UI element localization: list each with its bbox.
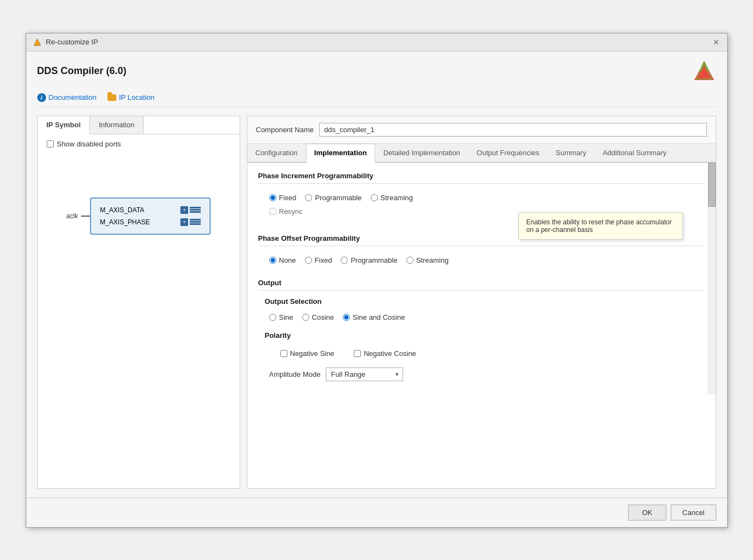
symbol-row-1: M_AXIS_DATA + bbox=[100, 204, 201, 216]
amplitude-mode-select[interactable]: Full Range Unit Circle Scaled Full Range bbox=[326, 367, 403, 381]
negative-cosine-label: Negative Cosine bbox=[364, 349, 416, 358]
radio-cosine[interactable]: Cosine bbox=[302, 313, 334, 321]
component-name-input[interactable] bbox=[319, 123, 707, 137]
tab-implementation[interactable]: Implementation bbox=[306, 144, 375, 163]
radio-none-label: None bbox=[279, 256, 296, 264]
negative-sine-row[interactable]: Negative Sine bbox=[269, 347, 335, 360]
tab-ip-symbol[interactable]: IP Symbol bbox=[38, 116, 90, 134]
tab-content: Phase Increment Programmability Fixed Pr… bbox=[247, 163, 716, 394]
output-selection-group: Sine Cosine Sine and Cosine bbox=[258, 310, 705, 325]
panel-tabs: IP Symbol Information bbox=[38, 116, 240, 134]
folder-icon bbox=[107, 94, 116, 101]
documentation-link[interactable]: i Documentation bbox=[37, 93, 97, 102]
aclk-label: aclk bbox=[66, 212, 78, 220]
radio-programmable[interactable]: Programmable bbox=[305, 194, 361, 202]
radio-sine[interactable]: Sine bbox=[269, 313, 293, 321]
port-line-6 bbox=[190, 223, 201, 225]
cancel-button[interactable]: Cancel bbox=[671, 505, 716, 521]
tab-configuration[interactable]: Configuration bbox=[247, 144, 306, 162]
port-line-2 bbox=[190, 209, 201, 211]
radio-streaming-label: Streaming bbox=[381, 194, 413, 202]
output-selection-title: Output Selection bbox=[258, 297, 705, 306]
polarity-row: Negative Sine Negative Cosine bbox=[258, 344, 705, 363]
radio-fixed[interactable]: Fixed bbox=[269, 194, 297, 202]
radio-none[interactable]: None bbox=[269, 256, 296, 264]
ip-location-label: IP Location bbox=[119, 93, 155, 101]
port-line-1 bbox=[190, 207, 201, 208]
port-line-5 bbox=[190, 221, 201, 223]
radio-fixed2[interactable]: Fixed bbox=[305, 256, 332, 264]
radio-streaming2[interactable]: Streaming bbox=[406, 256, 449, 264]
tooltip-box: Enables the ability to reset the phase a… bbox=[518, 212, 683, 240]
xilinx-logo bbox=[692, 60, 716, 82]
right-panel: Component Name Configuration Implementat… bbox=[247, 116, 716, 489]
tooltip-text: Enables the ability to reset the phase a… bbox=[526, 218, 672, 234]
show-disabled-row: Show disabled ports bbox=[38, 134, 240, 154]
resync-checkbox[interactable] bbox=[269, 208, 276, 215]
window-title: Re-customize IP bbox=[46, 38, 98, 46]
output-section: Output Output Selection Sine Cosine bbox=[258, 279, 705, 386]
port-line-3 bbox=[190, 211, 201, 213]
radio-cosine-label: Cosine bbox=[312, 313, 334, 321]
app-title-row: DDS Compiler (6.0) bbox=[37, 60, 716, 82]
phase-increment-radio-group: Fixed Programmable Streaming bbox=[258, 190, 705, 205]
polarity-title: Polarity bbox=[258, 331, 705, 340]
resync-label: Resync bbox=[279, 207, 303, 216]
scrollbar-thumb[interactable] bbox=[708, 163, 716, 207]
port2-plus-icon[interactable]: + bbox=[180, 218, 188, 226]
main-layout: IP Symbol Information Show disabled port… bbox=[37, 116, 716, 489]
negative-sine-checkbox[interactable] bbox=[280, 350, 287, 357]
negative-cosine-checkbox[interactable] bbox=[354, 350, 361, 357]
tab-additional-summary[interactable]: Additional Summary bbox=[595, 144, 675, 162]
close-button[interactable]: ✕ bbox=[712, 38, 721, 47]
radio-streaming2-label: Streaming bbox=[416, 256, 449, 264]
tab-information[interactable]: Information bbox=[90, 116, 144, 134]
bottom-bar: OK Cancel bbox=[26, 497, 727, 527]
port2-stack bbox=[190, 219, 201, 225]
ok-button[interactable]: OK bbox=[628, 505, 666, 521]
symbol-row-2: M_AXIS_PHASE + bbox=[100, 216, 201, 228]
title-bar: Re-customize IP ✕ bbox=[26, 33, 727, 52]
documentation-label: Documentation bbox=[49, 93, 97, 101]
amplitude-mode-label: Amplitude Mode bbox=[269, 370, 321, 378]
phase-increment-section: Phase Increment Programmability Fixed Pr… bbox=[258, 172, 705, 218]
phase-offset-radio-group: None Fixed Programmable bbox=[258, 253, 705, 268]
radio-sine-and-cosine-label: Sine and Cosine bbox=[353, 313, 405, 321]
app-title-text: DDS Compiler (6.0) bbox=[37, 65, 127, 77]
scrollbar-track[interactable] bbox=[708, 163, 716, 394]
port1-stack bbox=[190, 207, 201, 213]
symbol-area: aclk M_AXIS_DATA + bbox=[38, 154, 240, 279]
negative-sine-label: Negative Sine bbox=[290, 349, 335, 358]
symbol-block: M_AXIS_DATA + bbox=[90, 197, 211, 235]
radio-sine-label: Sine bbox=[279, 313, 293, 321]
component-name-label: Component Name bbox=[256, 126, 314, 134]
radio-programmable2[interactable]: Programmable bbox=[341, 256, 397, 264]
ip-location-link[interactable]: IP Location bbox=[107, 93, 155, 101]
connector-line bbox=[81, 216, 90, 217]
tab-summary[interactable]: Summary bbox=[547, 144, 595, 162]
port2-label: M_AXIS_PHASE bbox=[100, 218, 150, 226]
main-window: Re-customize IP ✕ DDS Compiler (6.0) i D… bbox=[26, 33, 728, 528]
radio-sine-and-cosine[interactable]: Sine and Cosine bbox=[343, 313, 405, 321]
port1-plus-icon[interactable]: + bbox=[180, 206, 188, 214]
port1-label: M_AXIS_DATA bbox=[100, 206, 144, 214]
phase-increment-title: Phase Increment Programmability bbox=[258, 172, 705, 184]
negative-cosine-row[interactable]: Negative Cosine bbox=[343, 347, 416, 360]
radio-fixed2-label: Fixed bbox=[315, 256, 332, 264]
radio-programmable-label: Programmable bbox=[315, 194, 361, 202]
svg-marker-0 bbox=[34, 39, 41, 46]
radio-programmable2-label: Programmable bbox=[350, 256, 397, 264]
tab-detailed-implementation[interactable]: Detailed Implementation bbox=[375, 144, 468, 162]
port-line-4 bbox=[190, 219, 201, 220]
left-panel: IP Symbol Information Show disabled port… bbox=[37, 116, 240, 489]
radio-fixed-label: Fixed bbox=[279, 194, 297, 202]
output-title: Output bbox=[258, 279, 705, 291]
radio-streaming[interactable]: Streaming bbox=[371, 194, 413, 202]
tab-output-frequencies[interactable]: Output Frequencies bbox=[468, 144, 547, 162]
show-disabled-checkbox[interactable] bbox=[47, 140, 54, 148]
info-icon: i bbox=[37, 93, 46, 102]
tabs-bar: Configuration Implementation Detailed Im… bbox=[247, 144, 716, 163]
app-icon bbox=[33, 38, 42, 47]
toolbar: i Documentation IP Location bbox=[37, 89, 716, 107]
amplitude-mode-select-wrapper[interactable]: Full Range Unit Circle Scaled Full Range bbox=[326, 367, 403, 381]
